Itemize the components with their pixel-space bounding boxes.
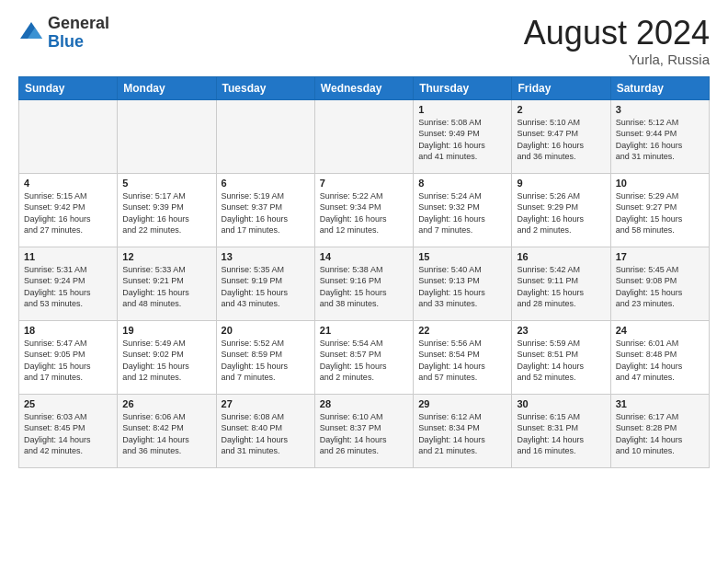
day-cell: 15Sunrise: 5:40 AM Sunset: 9:13 PM Dayli… [414, 247, 512, 320]
day-number: 24 [616, 325, 704, 336]
day-number: 23 [517, 325, 605, 336]
day-cell [118, 99, 216, 173]
day-info: Sunrise: 5:33 AM Sunset: 9:21 PM Dayligh… [122, 264, 210, 310]
day-cell: 1Sunrise: 5:08 AM Sunset: 9:49 PM Daylig… [414, 99, 512, 173]
day-number: 7 [320, 178, 408, 189]
day-info: Sunrise: 5:22 AM Sunset: 9:34 PM Dayligh… [320, 190, 408, 236]
day-number: 13 [222, 251, 310, 262]
day-info: Sunrise: 6:08 AM Sunset: 8:40 PM Dayligh… [222, 411, 310, 457]
day-cell: 23Sunrise: 5:59 AM Sunset: 8:51 PM Dayli… [512, 320, 610, 394]
day-info: Sunrise: 5:59 AM Sunset: 8:51 PM Dayligh… [517, 338, 605, 384]
day-number: 12 [122, 251, 210, 262]
day-cell [216, 99, 314, 173]
day-info: Sunrise: 5:54 AM Sunset: 8:57 PM Dayligh… [320, 338, 408, 384]
day-info: Sunrise: 5:52 AM Sunset: 8:59 PM Dayligh… [222, 338, 310, 384]
day-number: 9 [517, 178, 605, 189]
day-info: Sunrise: 5:24 AM Sunset: 9:32 PM Dayligh… [418, 190, 506, 236]
calendar-table: Sunday Monday Tuesday Wednesday Thursday… [18, 76, 710, 468]
day-number: 26 [122, 398, 210, 409]
day-cell: 18Sunrise: 5:47 AM Sunset: 9:05 PM Dayli… [19, 320, 118, 394]
day-cell: 12Sunrise: 5:33 AM Sunset: 9:21 PM Dayli… [118, 247, 216, 320]
day-info: Sunrise: 5:15 AM Sunset: 9:42 PM Dayligh… [24, 190, 112, 236]
day-number: 20 [222, 325, 310, 336]
day-info: Sunrise: 5:42 AM Sunset: 9:11 PM Dayligh… [517, 264, 605, 310]
day-number: 19 [122, 325, 210, 336]
day-info: Sunrise: 5:45 AM Sunset: 9:08 PM Dayligh… [616, 264, 704, 310]
day-info: Sunrise: 5:19 AM Sunset: 9:37 PM Dayligh… [222, 190, 310, 236]
day-cell: 7Sunrise: 5:22 AM Sunset: 9:34 PM Daylig… [314, 173, 413, 247]
day-number: 15 [418, 251, 506, 262]
day-cell: 26Sunrise: 6:06 AM Sunset: 8:42 PM Dayli… [118, 394, 216, 467]
calendar-body: 1Sunrise: 5:08 AM Sunset: 9:49 PM Daylig… [19, 99, 710, 467]
day-number: 16 [517, 251, 605, 262]
day-number: 11 [24, 251, 112, 262]
day-number: 1 [418, 104, 506, 115]
day-info: Sunrise: 6:03 AM Sunset: 8:45 PM Dayligh… [24, 411, 112, 457]
day-cell: 21Sunrise: 5:54 AM Sunset: 8:57 PM Dayli… [314, 320, 413, 394]
page: General Blue August 2024 Yurla, Russia S… [0, 0, 728, 563]
day-cell: 4Sunrise: 5:15 AM Sunset: 9:42 PM Daylig… [19, 173, 118, 247]
day-number: 29 [418, 398, 506, 409]
day-cell: 10Sunrise: 5:29 AM Sunset: 9:27 PM Dayli… [610, 173, 709, 247]
day-cell: 14Sunrise: 5:38 AM Sunset: 9:16 PM Dayli… [314, 247, 413, 320]
week-row-1: 4Sunrise: 5:15 AM Sunset: 9:42 PM Daylig… [19, 173, 710, 247]
logo-icon [18, 20, 44, 46]
header-row: Sunday Monday Tuesday Wednesday Thursday… [19, 76, 710, 99]
logo-text: General Blue [48, 15, 109, 52]
week-row-2: 11Sunrise: 5:31 AM Sunset: 9:24 PM Dayli… [19, 247, 710, 320]
day-info: Sunrise: 5:56 AM Sunset: 8:54 PM Dayligh… [418, 338, 506, 384]
day-cell: 16Sunrise: 5:42 AM Sunset: 9:11 PM Dayli… [512, 247, 610, 320]
day-cell: 5Sunrise: 5:17 AM Sunset: 9:39 PM Daylig… [118, 173, 216, 247]
day-info: Sunrise: 5:12 AM Sunset: 9:44 PM Dayligh… [616, 117, 704, 163]
day-info: Sunrise: 5:35 AM Sunset: 9:19 PM Dayligh… [222, 264, 310, 310]
day-number: 21 [320, 325, 408, 336]
day-cell: 8Sunrise: 5:24 AM Sunset: 9:32 PM Daylig… [414, 173, 512, 247]
col-tuesday: Tuesday [216, 76, 314, 99]
title-block: August 2024 Yurla, Russia [524, 15, 710, 67]
day-cell [314, 99, 413, 173]
day-cell: 29Sunrise: 6:12 AM Sunset: 8:34 PM Dayli… [414, 394, 512, 467]
day-number: 5 [122, 178, 210, 189]
day-info: Sunrise: 6:06 AM Sunset: 8:42 PM Dayligh… [122, 411, 210, 457]
calendar-header: Sunday Monday Tuesday Wednesday Thursday… [19, 76, 710, 99]
day-info: Sunrise: 5:29 AM Sunset: 9:27 PM Dayligh… [616, 190, 704, 236]
day-cell: 19Sunrise: 5:49 AM Sunset: 9:02 PM Dayli… [118, 320, 216, 394]
day-info: Sunrise: 5:49 AM Sunset: 9:02 PM Dayligh… [122, 338, 210, 384]
day-cell: 2Sunrise: 5:10 AM Sunset: 9:47 PM Daylig… [512, 99, 610, 173]
logo-general-label: General [48, 15, 109, 33]
day-info: Sunrise: 6:01 AM Sunset: 8:48 PM Dayligh… [616, 338, 704, 384]
col-friday: Friday [512, 76, 610, 99]
day-cell: 28Sunrise: 6:10 AM Sunset: 8:37 PM Dayli… [314, 394, 413, 467]
day-number: 17 [616, 251, 704, 262]
day-info: Sunrise: 6:15 AM Sunset: 8:31 PM Dayligh… [517, 411, 605, 457]
day-number: 18 [24, 325, 112, 336]
day-number: 28 [320, 398, 408, 409]
day-info: Sunrise: 6:12 AM Sunset: 8:34 PM Dayligh… [418, 411, 506, 457]
day-number: 27 [222, 398, 310, 409]
logo-blue-label: Blue [48, 33, 109, 52]
day-cell: 13Sunrise: 5:35 AM Sunset: 9:19 PM Dayli… [216, 247, 314, 320]
day-cell: 25Sunrise: 6:03 AM Sunset: 8:45 PM Dayli… [19, 394, 118, 467]
day-cell: 31Sunrise: 6:17 AM Sunset: 8:28 PM Dayli… [610, 394, 709, 467]
day-number: 30 [517, 398, 605, 409]
day-cell: 22Sunrise: 5:56 AM Sunset: 8:54 PM Dayli… [414, 320, 512, 394]
day-cell [19, 99, 118, 173]
logo: General Blue [18, 15, 109, 52]
day-number: 31 [616, 398, 704, 409]
day-cell: 30Sunrise: 6:15 AM Sunset: 8:31 PM Dayli… [512, 394, 610, 467]
day-cell: 6Sunrise: 5:19 AM Sunset: 9:37 PM Daylig… [216, 173, 314, 247]
month-year: August 2024 [524, 15, 710, 52]
day-number: 25 [24, 398, 112, 409]
week-row-4: 25Sunrise: 6:03 AM Sunset: 8:45 PM Dayli… [19, 394, 710, 467]
day-cell: 11Sunrise: 5:31 AM Sunset: 9:24 PM Dayli… [19, 247, 118, 320]
day-number: 10 [616, 178, 704, 189]
day-cell: 17Sunrise: 5:45 AM Sunset: 9:08 PM Dayli… [610, 247, 709, 320]
col-saturday: Saturday [610, 76, 709, 99]
day-cell: 27Sunrise: 6:08 AM Sunset: 8:40 PM Dayli… [216, 394, 314, 467]
day-number: 2 [517, 104, 605, 115]
day-number: 8 [418, 178, 506, 189]
day-cell: 24Sunrise: 6:01 AM Sunset: 8:48 PM Dayli… [610, 320, 709, 394]
day-number: 3 [616, 104, 704, 115]
day-number: 14 [320, 251, 408, 262]
col-sunday: Sunday [19, 76, 118, 99]
